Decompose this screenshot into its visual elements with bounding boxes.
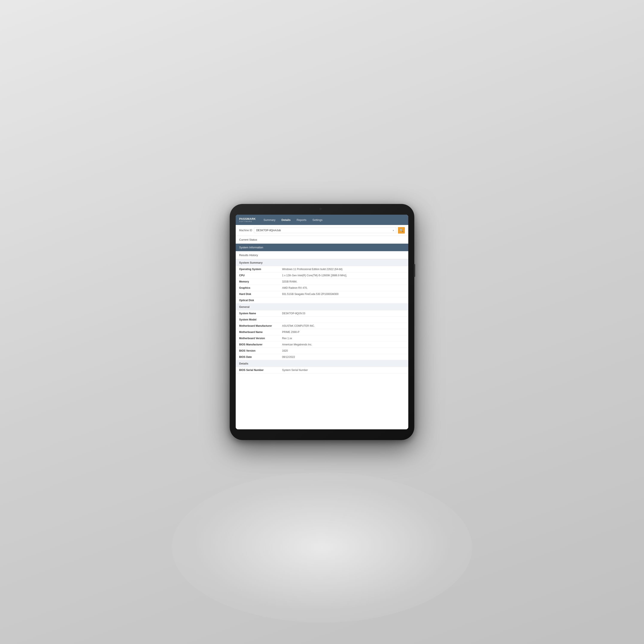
row-key: Optical Disk [236,297,279,304]
machine-id-bar: Machine ID DESKTOP-8QmAJub ▾ 🔍 [236,225,408,236]
table-row: CPU1 x 12th Gen Intel(R) Core(TM) i5-126… [236,272,408,279]
machine-id-value: DESKTOP-8QmAJub [256,229,281,232]
nav-settings[interactable]: Settings [310,217,325,223]
sidebar-menu: Current Status System Information Result… [236,236,408,259]
section-title-1: General [236,304,408,310]
table-row: System NameDESKTOP-8QI3VJ3 [236,310,408,317]
row-key: Hard Disk [236,291,279,297]
logo-passmark: PassMark [239,217,256,220]
table-row: Memory32GB RAM#, [236,279,408,285]
row-value: Windows 11 Professional Edition build 22… [279,266,408,272]
table-row: Operating SystemWindows 11 Professional … [236,266,408,272]
table-row: BIOS Serial NumberSystem Serial Number [236,367,408,373]
row-value: 1 x 12th Gen Intel(R) Core(TM) i5-12600K… [279,272,408,279]
tablet-camera [319,208,322,210]
tablet-sensor [323,208,325,210]
machine-id-input[interactable]: DESKTOP-8QmAJub ▾ [254,228,396,233]
row-value: DESKTOP-8QI3VJ3 [279,310,408,317]
row-key: BIOS Manufacturer [236,342,279,348]
section-header-2: Details [236,360,408,367]
row-value: Rev 1.xx [279,335,408,342]
search-icon: 🔍 [400,229,403,232]
row-value: ASUSTeK COMPUTER INC. [279,323,408,329]
row-key: Memory [236,279,279,285]
section-title-0: System Summary [236,259,408,266]
machine-id-label: Machine ID [239,229,252,232]
section-header-1: General [236,304,408,310]
row-key: BIOS Serial Number [236,367,279,373]
row-value: 08/12/2022 [279,354,408,360]
row-key: CPU [236,272,279,279]
table-row: BIOS Date08/12/2022 [236,354,408,360]
tablet-screen: PassMark Software Summary Details Report… [236,215,408,429]
table-row: Motherboard NamePRIME Z690-P [236,329,408,335]
section-header-0: System Summary [236,259,408,266]
info-table: System SummaryOperating SystemWindows 11… [236,259,408,373]
logo-software: Software [239,220,256,222]
row-key: Motherboard Name [236,329,279,335]
nav-bar: PassMark Software Summary Details Report… [236,215,408,225]
row-value: PRIME Z690-P [279,329,408,335]
main-content: System SummaryOperating SystemWindows 11… [236,259,408,429]
row-value: 931.51GB Seagate FireCuda 530 ZP1000GM30… [279,291,408,297]
nav-summary[interactable]: Summary [261,217,278,223]
search-button[interactable]: 🔍 [398,227,405,234]
row-value: 32GB RAM#, [279,279,408,285]
row-key: Operating System [236,266,279,272]
sidebar-item-system-info[interactable]: System Information [236,244,408,251]
table-row: BIOS Version1620 [236,348,408,354]
section-title-2: Details [236,360,408,367]
table-row: BIOS ManufacturerAmerican Megatrends Inc… [236,342,408,348]
table-row: Optical Disk [236,297,408,304]
logo-area: PassMark Software [239,217,256,222]
row-key: System Model [236,317,279,323]
nav-details[interactable]: Details [279,217,293,223]
row-value: AMD Radeon RX 470, [279,285,408,291]
row-key: Graphics [236,285,279,291]
row-value: 1620 [279,348,408,354]
row-value [279,317,408,323]
nav-links: Summary Details Reports Settings [261,217,325,223]
row-key: BIOS Date [236,354,279,360]
table-row: GraphicsAMD Radeon RX 470, [236,285,408,291]
chevron-down-icon: ▾ [393,229,394,232]
row-key: Motherboard Manufacturer [236,323,279,329]
tablet-camera-area [319,208,325,210]
row-key: Motherboard Version [236,335,279,342]
row-key: System Name [236,310,279,317]
row-key: BIOS Version [236,348,279,354]
row-value: System Serial Number [279,367,408,373]
tablet-device: PassMark Software Summary Details Report… [230,204,414,440]
table-row: Motherboard VersionRev 1.xx [236,335,408,342]
nav-reports[interactable]: Reports [294,217,309,223]
table-row: Motherboard ManufacturerASUSTeK COMPUTER… [236,323,408,329]
app-container: PassMark Software Summary Details Report… [236,215,408,429]
row-value: American Megatrends Inc. [279,342,408,348]
table-row: Hard Disk931.51GB Seagate FireCuda 530 Z… [236,291,408,297]
sidebar-item-results-history[interactable]: Results History [236,251,408,259]
tablet-side-button[interactable] [414,264,415,277]
sidebar-item-current-status[interactable]: Current Status [236,236,408,244]
row-value [279,297,408,304]
table-row: System Model [236,317,408,323]
